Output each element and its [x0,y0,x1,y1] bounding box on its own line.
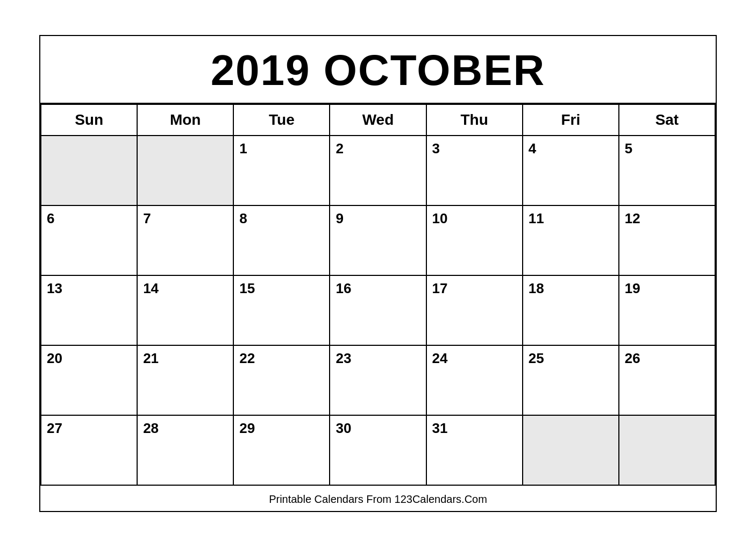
calendar-day-cell: 17 [426,275,523,345]
calendar-day-cell: 2 [330,136,426,205]
calendar-week-row: 6789101112 [41,205,715,275]
calendar-day-cell: 6 [41,205,137,275]
header-thu: Thu [426,104,523,136]
calendar-day-cell: 14 [137,275,233,345]
calendar-day-cell: 12 [619,205,715,275]
header-wed: Wed [330,104,426,136]
calendar-day-cell: 8 [233,205,330,275]
calendar-day-cell: 1 [233,136,330,205]
calendar-day-cell: 9 [330,205,426,275]
calendar-footer: Printable Calendars From 123Calendars.Co… [40,486,716,511]
calendar-day-cell: 22 [233,345,330,415]
calendar-day-cell: 20 [41,345,137,415]
calendar-day-cell: 23 [330,345,426,415]
calendar-day-cell: 29 [233,415,330,485]
calendar-week-row: 13141516171819 [41,275,715,345]
calendar-day-cell: 7 [137,205,233,275]
header-tue: Tue [233,104,330,136]
header-sat: Sat [619,104,715,136]
calendar-day-cell: 28 [137,415,233,485]
calendar-day-cell: 10 [426,205,523,275]
calendar-day-cell [523,415,619,485]
calendar-day-cell: 21 [137,345,233,415]
calendar-day-cell: 4 [523,136,619,205]
calendar-container: 2019 OCTOBER Sun Mon Tue Wed Thu Fri Sat… [39,35,717,512]
calendar-day-cell: 19 [619,275,715,345]
calendar-day-cell [137,136,233,205]
calendar-day-cell: 16 [330,275,426,345]
calendar-day-cell: 13 [41,275,137,345]
calendar-day-cell: 18 [523,275,619,345]
calendar-day-cell: 5 [619,136,715,205]
calendar-day-cell: 3 [426,136,523,205]
header-fri: Fri [523,104,619,136]
calendar-day-cell: 24 [426,345,523,415]
calendar-day-cell: 15 [233,275,330,345]
calendar-day-cell [41,136,137,205]
header-sun: Sun [41,104,137,136]
header-mon: Mon [137,104,233,136]
calendar-week-row: 20212223242526 [41,345,715,415]
calendar-grid: Sun Mon Tue Wed Thu Fri Sat 123456789101… [40,104,716,486]
calendar-title: 2019 OCTOBER [40,36,716,104]
calendar-day-cell: 11 [523,205,619,275]
calendar-day-cell: 25 [523,345,619,415]
calendar-week-row: 12345 [41,136,715,205]
calendar-day-cell [619,415,715,485]
days-header-row: Sun Mon Tue Wed Thu Fri Sat [41,104,715,136]
calendar-body: 1234567891011121314151617181920212223242… [41,136,715,485]
calendar-day-cell: 27 [41,415,137,485]
calendar-week-row: 2728293031 [41,415,715,485]
calendar-day-cell: 26 [619,345,715,415]
calendar-day-cell: 31 [426,415,523,485]
calendar-day-cell: 30 [330,415,426,485]
